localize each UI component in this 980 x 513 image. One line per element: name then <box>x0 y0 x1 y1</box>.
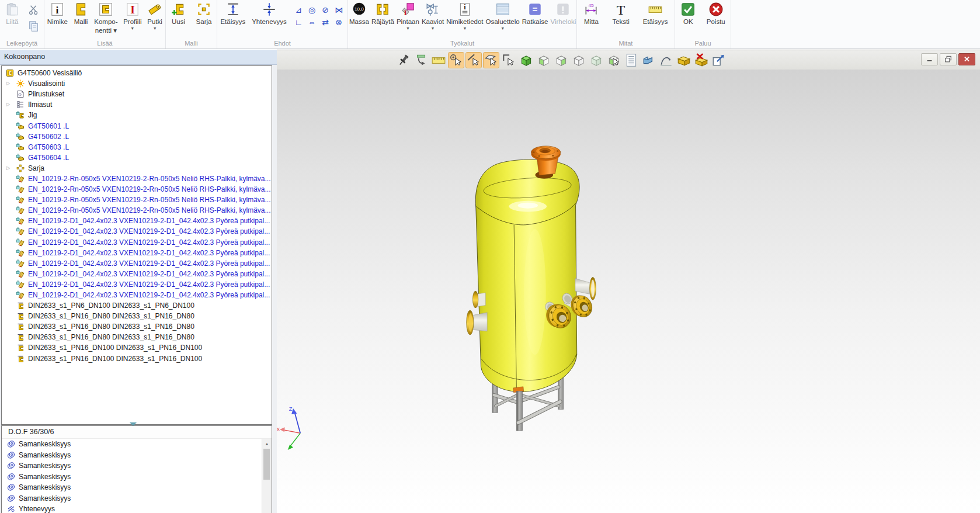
select-corner-icon[interactable] <box>501 53 516 68</box>
chevron-down-icon[interactable]: ▼ <box>431 26 435 30</box>
window-minimize-button[interactable] <box>921 53 938 65</box>
tank-body[interactable] <box>475 160 579 392</box>
ribbon-ratkaise-button[interactable]: =Ratkaise <box>521 1 550 26</box>
tree-item-g4t50604-l[interactable]: G4T50604 .L <box>2 152 272 163</box>
tree-item-en-10219-2-rn-050x5-vxen10219-2-rn-050x5[interactable]: EN_10219-2-Rn-050x5 VXEN10219-2-Rn-050x5… <box>2 195 272 205</box>
expand-arrow-icon[interactable]: ▷ <box>6 165 10 171</box>
expand-arrow-icon[interactable]: ▷ <box>6 102 10 107</box>
constraint-item-samankeskisyys[interactable]: Samankeskisyys <box>2 439 262 450</box>
constraint-item-samankeskisyys[interactable]: Samankeskisyys <box>2 493 262 504</box>
constraint-icon-6[interactable]: ⇄ <box>319 16 332 29</box>
drawer-delete-icon[interactable] <box>694 53 709 68</box>
pin-icon[interactable] <box>396 53 411 68</box>
ribbon-virheloki-button[interactable]: !Virheloki <box>549 1 577 26</box>
constraint-icon-2[interactable]: ⊘ <box>319 4 332 16</box>
cube-right-icon[interactable] <box>554 53 569 68</box>
ribbon-putki-button[interactable]: Putki▼ <box>146 1 164 31</box>
tree-item-en-10219-2-d1-042-4x02-3-vxen10219-2-d1-[interactable]: EN_10219-2-D1_042.4x02.3 VXEN10219-2-D1_… <box>2 269 272 279</box>
tree-item-en-10219-2-d1-042-4x02-3-vxen10219-2-d1-[interactable]: EN_10219-2-D1_042.4x02.3 VXEN10219-2-D1_… <box>2 226 272 237</box>
dragmove-icon[interactable] <box>413 53 429 68</box>
chevron-down-icon[interactable]: ▼ <box>463 26 467 30</box>
tank-3d-model[interactable]: X Z <box>277 70 980 513</box>
tree-item-en-10219-2-rn-050x5-vxen10219-2-rn-050x5[interactable]: EN_10219-2-Rn-050x5 VXEN10219-2-Rn-050x5… <box>2 174 272 184</box>
constraint-icon-3[interactable]: ⋈ <box>332 4 346 16</box>
ribbon-copy-button[interactable] <box>27 20 40 33</box>
ribbon-etaisyys-button[interactable]: Etäisyys <box>642 1 669 26</box>
left-upper-nozzle[interactable] <box>472 291 485 308</box>
tree-item-en-10219-2-d1-042-4x02-3-vxen10219-2-d1-[interactable]: EN_10219-2-D1_042.4x02.3 VXEN10219-2-D1_… <box>2 237 272 248</box>
ribbon-sarja-button[interactable]: Sarja <box>195 1 213 26</box>
ribbon-profiili-button[interactable]: IProfiili▼ <box>122 1 143 31</box>
tree-item-din2633-s1-pn16-dn100-din2633-s1-pn16-dn[interactable]: DIN2633_s1_PN16_DN100 DIN2633_s1_PN16_DN… <box>2 342 272 353</box>
select-face-icon[interactable] <box>484 53 499 68</box>
tree-item-din2633-s1-pn16-dn80-din2633-s1-pn16-dn8[interactable]: DIN2633_s1_PN16_DN80 DIN2633_s1_PN16_DN8… <box>2 311 272 321</box>
expand-arrow-icon[interactable]: ▷ <box>6 81 10 86</box>
constraint-icon-0[interactable]: ⊿ <box>292 4 305 16</box>
drawer-icon[interactable] <box>676 53 691 68</box>
constraint-item-samankeskisyys[interactable]: Samankeskisyys <box>2 482 262 493</box>
tree-item-din2633-s1-pn16-dn80-din2633-s1-pn16-dn8[interactable]: DIN2633_s1_PN16_DN80 DIN2633_s1_PN16_DN8… <box>2 321 272 332</box>
scroll-thumb[interactable] <box>263 449 270 480</box>
ruler-icon[interactable] <box>431 53 446 68</box>
tree-item-g4t50600-vesisailio[interactable]: G4T50600 Vesisäiliö <box>2 68 272 78</box>
constraint-item-yhtenevyys[interactable]: Yhtenevyys <box>2 504 262 513</box>
tree-item-din2633-s1-pn16-dn100-din2633-s1-pn16-dn[interactable]: DIN2633_s1_PN16_DN100 DIN2633_s1_PN16_DN… <box>2 353 272 364</box>
tree-item-jig[interactable]: Jig <box>2 110 272 120</box>
chevron-down-icon[interactable]: ▼ <box>130 26 134 30</box>
constraint-item-samankeskisyys[interactable]: Samankeskisyys <box>2 472 262 483</box>
ribbon-osaluettelo-button[interactable]: Osaluettelo▼ <box>485 1 521 31</box>
support-leg-front[interactable] <box>516 391 522 431</box>
ribbon-uusi-button[interactable]: Uusi <box>170 1 187 26</box>
ribbon-nimiketiedot-button[interactable]: iNimiketiedot▼ <box>445 1 484 31</box>
tree-item-en-10219-2-d1-042-4x02-3-vxen10219-2-d1-[interactable]: EN_10219-2-D1_042.4x02.3 VXEN10219-2-D1_… <box>2 216 272 226</box>
cube-cursor-icon[interactable] <box>606 53 621 68</box>
cube-solid-icon[interactable] <box>519 53 534 68</box>
scroll-up-icon[interactable]: ▲ <box>262 439 272 448</box>
select-circle-icon[interactable] <box>449 53 464 68</box>
ribbon-liita-button[interactable]: Liitä <box>4 1 21 26</box>
ribbon-yhtenevyys-button[interactable]: Yhtenevyys <box>251 1 287 26</box>
3d-canvas[interactable]: X Z <box>277 70 980 513</box>
constraint-icon-1[interactable]: ◎ <box>305 4 319 16</box>
tree-item-en-10219-2-d1-042-4x02-3-vxen10219-2-d1-[interactable]: EN_10219-2-D1_042.4x02.3 VXEN10219-2-D1_… <box>2 290 272 300</box>
left-lower-nozzle[interactable] <box>467 310 488 335</box>
support-brace-lower[interactable] <box>518 402 560 423</box>
tree-item-g4t50603-l[interactable]: G4T50603 .L <box>2 142 272 152</box>
tree-item-en-10219-2-rn-050x5-vxen10219-2-rn-050x5[interactable]: EN_10219-2-Rn-050x5 VXEN10219-2-Rn-050x5… <box>2 184 272 195</box>
ribbon-massa-button[interactable]: 10,0Massa <box>348 1 370 26</box>
tree-item-ilmiasut[interactable]: ▷Ilmiasut <box>2 99 272 110</box>
curve-icon[interactable] <box>659 53 674 68</box>
constraint-icon-5[interactable]: ⇔ <box>305 16 319 29</box>
ribbon-teksti-button[interactable]: TTeksti <box>611 1 630 26</box>
constraint-icon-7[interactable]: ⊗ <box>332 16 346 29</box>
window-close-button[interactable] <box>958 53 975 65</box>
panel-splitter-handle[interactable] <box>130 422 137 426</box>
cube-left-icon[interactable] <box>536 53 551 68</box>
tree-item-en-10219-2-d1-042-4x02-3-vxen10219-2-d1-[interactable]: EN_10219-2-D1_042.4x02.3 VXEN10219-2-D1_… <box>2 258 272 269</box>
ribbon-poistu-button[interactable]: Poistu <box>706 1 727 26</box>
chevron-down-icon[interactable]: ▼ <box>153 26 157 30</box>
ribbon-kaaviot-button[interactable]: Kaaviot▼ <box>421 1 445 31</box>
doc-list-icon[interactable] <box>624 53 639 68</box>
ribbon-rajayta-button[interactable]: Räjäytä <box>370 1 395 26</box>
ribbon-kompo-button[interactable]: Kompo-nentti ▾ <box>93 1 119 34</box>
tree-item-en-10219-2-rn-050x5-vxen10219-2-rn-050x5[interactable]: EN_10219-2-Rn-050x5 VXEN10219-2-Rn-050x5… <box>2 205 272 216</box>
tree-item-g4t50602-l[interactable]: G4T50602 .L <box>2 131 272 142</box>
tree-item-visualisointi[interactable]: ▷Visualisointi <box>2 78 272 89</box>
cube-wire-icon[interactable] <box>571 53 586 68</box>
dof-scrollbar[interactable]: ▲ ▼ <box>262 439 272 513</box>
select-edge-icon[interactable] <box>466 53 481 68</box>
constraint-item-samankeskisyys[interactable]: Samankeskisyys <box>2 460 262 472</box>
ribbon-pintaan-button[interactable]: IPintaan▼ <box>395 1 421 31</box>
tree-item-en-10219-2-d1-042-4x02-3-vxen10219-2-d1-[interactable]: EN_10219-2-D1_042.4x02.3 VXEN10219-2-D1_… <box>2 248 272 258</box>
tree-item-g4t50601-l[interactable]: G4T50601 .L <box>2 120 272 131</box>
constraint-icon-4[interactable]: ∟ <box>292 16 305 29</box>
ribbon-ok-button[interactable]: OK <box>679 1 697 26</box>
tree-item-sarja[interactable]: ▷Sarja <box>2 163 272 174</box>
constraint-item-samankeskisyys[interactable]: Samankeskisyys <box>2 450 262 461</box>
ribbon-mitta-button[interactable]: 45Mitta <box>582 1 600 26</box>
ribbon-etaisyys-button[interactable]: Etäisyys <box>219 1 246 26</box>
chevron-down-icon[interactable]: ▼ <box>501 26 505 30</box>
chevron-down-icon[interactable]: ▼ <box>406 26 410 30</box>
tree-item-piirustukset[interactable]: Piirustukset <box>2 89 272 99</box>
